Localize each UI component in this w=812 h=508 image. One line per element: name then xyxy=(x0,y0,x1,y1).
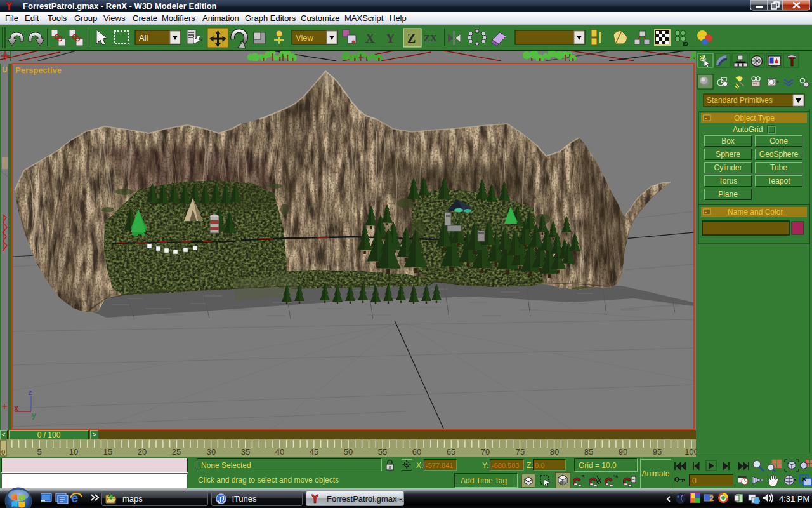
svg-text:z: z xyxy=(28,389,32,398)
svg-text:View: View xyxy=(296,33,314,43)
svg-text:85: 85 xyxy=(584,447,593,457)
svg-text:%: % xyxy=(613,474,618,479)
svg-text:20: 20 xyxy=(138,447,147,457)
svg-text:70: 70 xyxy=(481,447,490,457)
svg-text:All: All xyxy=(139,33,148,43)
svg-text:30: 30 xyxy=(207,447,216,457)
svg-text:100: 100 xyxy=(684,447,696,457)
svg-text:40: 40 xyxy=(275,447,284,457)
svg-text:60: 60 xyxy=(412,447,421,457)
svg-text:Name and Color: Name and Color xyxy=(728,208,783,217)
svg-text:35: 35 xyxy=(241,447,250,457)
svg-text:75: 75 xyxy=(516,447,525,457)
svg-text:4:31 PM: 4:31 PM xyxy=(779,494,809,504)
svg-text:2: 2 xyxy=(709,493,714,503)
svg-text:65: 65 xyxy=(447,447,455,457)
svg-text:Z: Z xyxy=(407,31,416,45)
svg-text:90: 90 xyxy=(619,447,627,457)
svg-text:X: X xyxy=(365,31,375,45)
svg-text:10: 10 xyxy=(69,447,78,457)
svg-text:80: 80 xyxy=(550,447,559,457)
svg-text:25: 25 xyxy=(172,447,181,457)
svg-text:3: 3 xyxy=(582,474,585,479)
svg-text:95: 95 xyxy=(653,447,662,457)
svg-text:55: 55 xyxy=(378,447,387,457)
svg-text:-: - xyxy=(705,208,707,215)
svg-text:Standard Primitives: Standard Primitives xyxy=(707,96,773,105)
svg-text:y: y xyxy=(32,411,36,420)
svg-text:x: x xyxy=(14,404,18,413)
svg-text:0: 0 xyxy=(1,448,5,456)
svg-text:45: 45 xyxy=(310,447,318,457)
svg-text:15: 15 xyxy=(103,447,112,457)
svg-text:U: U xyxy=(2,65,8,74)
svg-text:5: 5 xyxy=(37,447,41,457)
svg-text:ID: ID xyxy=(683,41,689,47)
svg-text:50: 50 xyxy=(344,447,353,457)
svg-text:Y: Y xyxy=(386,31,395,45)
svg-text:ZX: ZX xyxy=(424,33,437,43)
